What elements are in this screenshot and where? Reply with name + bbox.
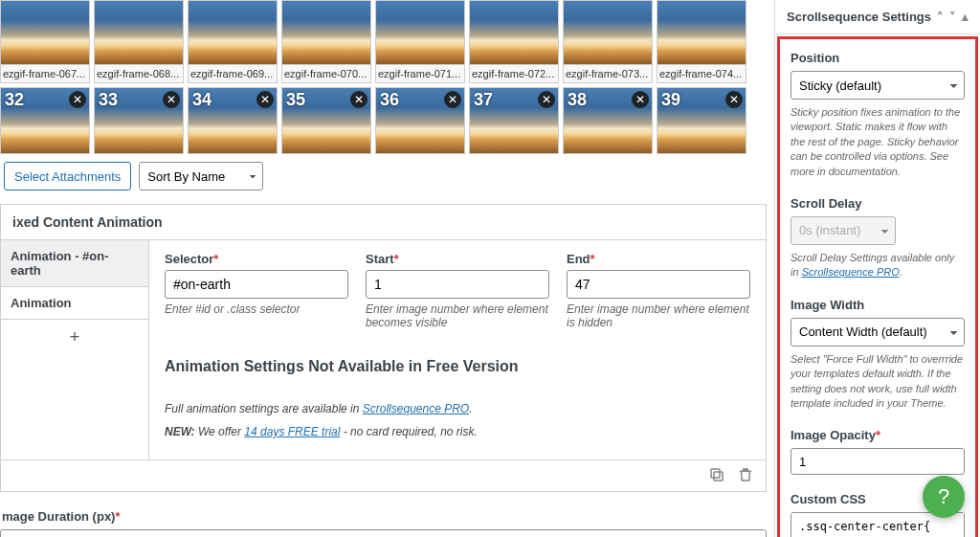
- thumbnail-card[interactable]: ezgif-frame-074...: [657, 0, 746, 83]
- thumbnail-label: ezgif-frame-071...: [375, 65, 465, 83]
- thumbnail-card[interactable]: 32✕: [0, 87, 90, 154]
- thumbnail-remove-icon[interactable]: ✕: [350, 91, 368, 108]
- image-opacity-input[interactable]: [791, 448, 965, 475]
- image-width-label: Image Width: [791, 298, 965, 312]
- help-fab-button[interactable]: ?: [923, 476, 965, 518]
- thumbnail-row-bottom: 32✕33✕34✕35✕36✕37✕38✕39✕: [0, 87, 767, 154]
- thumbnail-card[interactable]: 36✕: [375, 87, 465, 154]
- copy-icon[interactable]: [708, 466, 727, 485]
- thumbnail-remove-icon[interactable]: ✕: [538, 91, 555, 108]
- trial-link[interactable]: 14 days FREE trial: [244, 425, 340, 438]
- position-select[interactable]: Sticky (default): [791, 71, 965, 100]
- trash-icon[interactable]: [737, 466, 756, 485]
- thumbnail-card[interactable]: ezgif-frame-071...: [375, 0, 465, 83]
- selector-help: Enter #id or .class selector: [165, 302, 348, 316]
- notice-line-2: NEW: We offer 14 days FREE trial - no ca…: [165, 425, 750, 438]
- thumbnail-card[interactable]: ezgif-frame-069...: [188, 0, 278, 83]
- thumbnail-card[interactable]: ezgif-frame-068...: [94, 0, 184, 83]
- thumbnail-label: ezgif-frame-067...: [0, 65, 90, 83]
- thumbnail-number: 38: [568, 90, 587, 110]
- notice-line-1: Full animation settings are available in…: [165, 402, 750, 415]
- panel-title: ixed Content Animation: [0, 204, 767, 240]
- start-input[interactable]: [366, 270, 549, 299]
- duration-input[interactable]: [0, 529, 767, 537]
- thumbnail-label: ezgif-frame-074...: [657, 65, 746, 83]
- start-help: Enter image number where element becomes…: [366, 302, 549, 329]
- thumbnail-card[interactable]: 35✕: [281, 87, 371, 154]
- animation-tab-on-earth[interactable]: Animation - #on-earth: [1, 240, 148, 287]
- scroll-delay-select: 0s (instant): [791, 216, 896, 245]
- thumbnail-remove-icon[interactable]: ✕: [256, 91, 274, 108]
- animation-tab[interactable]: Animation: [1, 287, 148, 320]
- thumbnail-remove-icon[interactable]: ✕: [163, 91, 180, 108]
- thumbnail-number: 32: [5, 90, 24, 110]
- thumbnail-number: 34: [192, 90, 212, 110]
- duration-label: mage Duration (px)*: [2, 509, 767, 524]
- thumbnail-card[interactable]: 34✕: [188, 87, 278, 154]
- notice-title: Animation Settings Not Available in Free…: [165, 358, 750, 375]
- position-label: Position: [791, 51, 965, 65]
- thumbnail-number: 39: [661, 90, 680, 110]
- thumbnail-label: ezgif-frame-070...: [281, 65, 371, 83]
- sort-by-select[interactable]: Sort By Name: [139, 162, 263, 190]
- thumbnail-remove-icon[interactable]: ✕: [444, 91, 461, 108]
- thumbnail-card[interactable]: 39✕: [657, 87, 746, 154]
- thumbnail-label: ezgif-frame-072...: [469, 65, 559, 83]
- thumbnail-remove-icon[interactable]: ✕: [632, 91, 649, 108]
- thumbnail-label: ezgif-frame-068...: [94, 65, 184, 83]
- image-width-help: Select "Force Full Width" to overrride y…: [791, 352, 965, 412]
- scroll-delay-help: Scroll Delay Settings available only in …: [791, 251, 965, 280]
- thumbnail-card[interactable]: 38✕: [563, 87, 653, 154]
- end-help: Enter image number where element is hidd…: [567, 302, 750, 329]
- end-label: End*: [567, 252, 750, 266]
- thumbnail-label: ezgif-frame-073...: [563, 65, 653, 83]
- pro-link-sidebar[interactable]: Scrollsequence PRO: [802, 266, 900, 278]
- panel-toggle-icon[interactable]: ▴: [962, 10, 969, 24]
- thumbnail-card[interactable]: 33✕: [94, 87, 184, 154]
- position-help: Sticky position fixes animation to the v…: [791, 105, 965, 179]
- select-attachments-button[interactable]: Select Attachments: [4, 162, 131, 190]
- thumbnail-number: 36: [380, 90, 399, 110]
- thumbnail-card[interactable]: ezgif-frame-072...: [469, 0, 559, 83]
- start-label: Start*: [366, 252, 549, 266]
- thumbnail-number: 37: [474, 90, 493, 110]
- scroll-delay-label: Scroll Delay: [791, 196, 965, 211]
- thumbnail-row-top: ezgif-frame-067...ezgif-frame-068...ezgi…: [0, 0, 767, 83]
- thumbnail-label: ezgif-frame-069...: [188, 65, 278, 83]
- image-opacity-label: Image Opacity*: [791, 428, 965, 442]
- svg-rect-0: [714, 472, 723, 481]
- image-width-select[interactable]: Content Width (default): [791, 318, 965, 347]
- end-input[interactable]: [567, 270, 750, 299]
- thumbnail-card[interactable]: ezgif-frame-067...: [0, 0, 90, 83]
- add-animation-button[interactable]: +: [1, 320, 148, 355]
- thumbnail-number: 33: [99, 90, 118, 110]
- panel-down-icon[interactable]: ˅: [949, 10, 956, 24]
- selector-label: Selector*: [165, 252, 348, 266]
- svg-rect-1: [711, 469, 720, 478]
- thumbnail-remove-icon[interactable]: ✕: [725, 91, 743, 108]
- thumbnail-number: 35: [286, 90, 305, 110]
- selector-input[interactable]: [165, 270, 348, 299]
- thumbnail-card[interactable]: ezgif-frame-070...: [281, 0, 371, 83]
- thumbnail-remove-icon[interactable]: ✕: [69, 91, 86, 108]
- sidebar-header: Scrollsequence Settings ˄ ˅ ▴: [775, 0, 980, 34]
- thumbnail-card[interactable]: 37✕: [469, 87, 559, 154]
- panel-up-icon[interactable]: ˄: [937, 10, 944, 24]
- pro-link[interactable]: Scrollsequence PRO: [363, 402, 469, 415]
- thumbnail-card[interactable]: ezgif-frame-073...: [563, 0, 653, 83]
